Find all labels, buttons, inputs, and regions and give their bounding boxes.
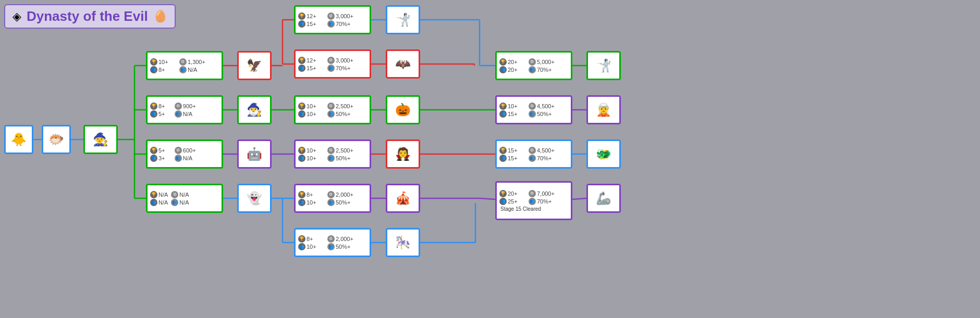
node-n29-img: 🧝 xyxy=(592,98,616,122)
node-n1[interactable]: 🐥 xyxy=(4,125,33,154)
node-n19[interactable]: 🦇 xyxy=(386,49,420,79)
node-n29[interactable]: 🧝 xyxy=(586,95,621,124)
eye-icon: ◈ xyxy=(13,10,21,23)
node-n27[interactable]: 🏆20+ ⚙7,000+ 👥25+ 👥70%+ Stage 15 Cleared xyxy=(495,181,572,220)
node-n1-img: 🐥 xyxy=(7,128,31,151)
node-n13-stats: 🏆12+ ⚙3,000+ 👥15+ 👥70%+ xyxy=(298,57,353,72)
node-n5-stats: 🏆8+ ⚙900+ 👥5+ 👥N/A xyxy=(150,103,196,118)
node-n9-img: 🧙‍♂️ xyxy=(242,98,266,122)
trophy-icon: 🏆 xyxy=(150,58,157,66)
node-n8-img: 🦅 xyxy=(242,54,266,78)
svg-line-38 xyxy=(480,198,495,199)
stage-cleared-text: Stage 15 Cleared xyxy=(499,206,555,212)
node-n25[interactable]: 🏆10+ ⚙4,500+ 👥15+ 👥50%+ xyxy=(495,95,572,124)
node-n20[interactable]: 🎃 xyxy=(386,95,420,124)
pct-icon: 👥 xyxy=(179,66,187,73)
node-n7[interactable]: 🏆N/A ⚙N/A 👥N/A 👥N/A xyxy=(146,184,223,213)
node-n8[interactable]: 🦅 xyxy=(237,51,272,80)
node-n24-stats: 🏆20+ ⚙5,000+ 👥20+ 👥70%+ xyxy=(499,58,555,73)
node-n28[interactable]: 🤺 xyxy=(586,51,621,80)
node-n12[interactable]: 🏆12+ ⚙3,000+ 👥15+ 👥70%+ xyxy=(294,5,371,34)
node-n4[interactable]: 🏆10+ ⚙1,300+ 👥8+ 👥N/A xyxy=(146,51,223,80)
node-n6[interactable]: 🏆5+ ⚙600+ 👥3+ 👥N/A xyxy=(146,139,223,169)
node-n25-stats: 🏆10+ ⚙4,500+ 👥15+ 👥50%+ xyxy=(499,103,555,118)
node-n9[interactable]: 🧙‍♂️ xyxy=(237,95,272,124)
node-n3[interactable]: 🧙 xyxy=(83,125,118,154)
node-n20-img: 🎃 xyxy=(391,98,415,122)
node-n2-img: 🐡 xyxy=(44,128,68,151)
title-bar: ◈ Dynasty of the Evil 🥚 xyxy=(4,4,176,29)
node-n6-stats: 🏆5+ ⚙600+ 👥3+ 👥N/A xyxy=(150,147,196,162)
node-n22-img: 🎪 xyxy=(391,186,415,210)
node-n18-img: 🤺 xyxy=(391,8,415,32)
node-n26-stats: 🏆15+ ⚙4,500+ 👥15+ 👥70%+ xyxy=(499,147,555,162)
node-n2[interactable]: 🐡 xyxy=(42,125,71,154)
node-n10[interactable]: 🤖 xyxy=(237,139,272,169)
node-n11-img: 👻 xyxy=(242,186,266,210)
node-n22[interactable]: 🎪 xyxy=(386,184,420,213)
node-n31[interactable]: 🦾 xyxy=(586,184,621,213)
node-n14[interactable]: 🏆10+ ⚙2,500+ 👥10+ 👥50%+ xyxy=(294,95,371,124)
node-n30-img: 🐲 xyxy=(592,142,616,166)
node-n17[interactable]: 🏆8+ ⚙2,000+ 👥10+ 👥50%+ xyxy=(294,228,371,257)
node-n5[interactable]: 🏆8+ ⚙900+ 👥5+ 👥N/A xyxy=(146,95,223,124)
node-n19-img: 🦇 xyxy=(391,52,415,76)
node-n23-img: 🎠 xyxy=(391,231,415,255)
node-n3-img: 🧙 xyxy=(89,128,113,151)
node-n17-stats: 🏆8+ ⚙2,000+ 👥10+ 👥50%+ xyxy=(298,235,353,250)
node-n15[interactable]: 🏆10+ ⚙2,500+ 👥10+ 👥50%+ xyxy=(294,139,371,169)
node-n26[interactable]: 🏆15+ ⚙4,500+ 👥15+ 👥70%+ xyxy=(495,139,572,169)
node-n14-stats: 🏆10+ ⚙2,500+ 👥10+ 👥50%+ xyxy=(298,103,353,118)
node-n28-img: 🤺 xyxy=(592,54,616,78)
group-icon: 👥 xyxy=(150,66,157,73)
score-icon: ⚙ xyxy=(179,58,187,66)
node-n30[interactable]: 🐲 xyxy=(586,139,621,169)
node-n23[interactable]: 🎠 xyxy=(386,228,420,257)
node-n24[interactable]: 🏆20+ ⚙5,000+ 👥20+ 👥70%+ xyxy=(495,51,572,80)
node-n27-stats: 🏆20+ ⚙7,000+ 👥25+ 👥70%+ xyxy=(499,190,555,205)
node-n18[interactable]: 🤺 xyxy=(386,5,420,34)
node-n12-stats: 🏆12+ ⚙3,000+ 👥15+ 👥70%+ xyxy=(298,12,353,28)
svg-line-44 xyxy=(572,198,586,199)
node-n10-img: 🤖 xyxy=(242,142,266,166)
page-title: Dynasty of the Evil xyxy=(27,8,148,24)
node-n11[interactable]: 👻 xyxy=(237,184,272,213)
node-n13[interactable]: 🏆12+ ⚙3,000+ 👥15+ 👥70%+ xyxy=(294,49,371,79)
node-n31-img: 🦾 xyxy=(592,186,616,210)
node-n7-stats: 🏆N/A ⚙N/A 👥N/A 👥N/A xyxy=(150,191,189,206)
node-n16[interactable]: 🏆8+ ⚙2,000+ 👥10+ 👥50%+ xyxy=(294,184,371,213)
node-n4-stats: 🏆10+ ⚙1,300+ 👥8+ 👥N/A xyxy=(150,58,205,73)
node-n15-stats: 🏆10+ ⚙2,500+ 👥10+ 👥50%+ xyxy=(298,147,353,162)
node-n21-img: 🧛 xyxy=(391,142,415,166)
egg-icon: 🥚 xyxy=(153,10,167,23)
node-n21[interactable]: 🧛 xyxy=(386,139,420,169)
node-n16-stats: 🏆8+ ⚙2,000+ 👥10+ 👥50%+ xyxy=(298,191,353,206)
